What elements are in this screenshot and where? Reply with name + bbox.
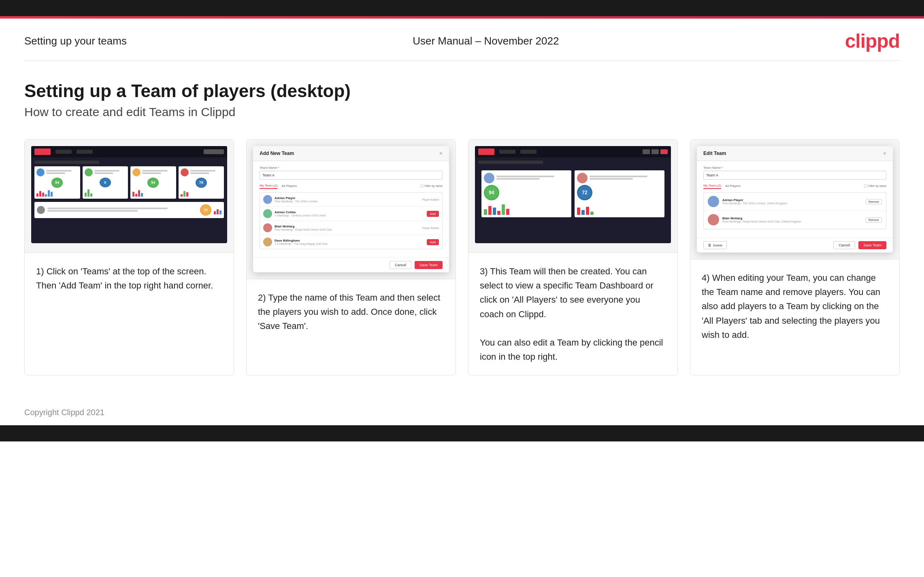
modal-header: Add New Team ×	[253, 146, 449, 161]
team-name-input[interactable]: Team A	[260, 171, 443, 180]
card-4: Edit Team × Team Name * Team A My Team (…	[690, 139, 900, 375]
mock-sub-2	[94, 172, 113, 174]
card-4-description: 4) When editing your Team, you can chang…	[690, 259, 899, 375]
page-title-section: Setting up a Team of players (desktop) H…	[0, 61, 924, 131]
edit-modal-tabs: My Team (2) All Players Filter by name	[703, 183, 886, 189]
mock-bars-1	[36, 190, 78, 197]
mock-avatar-4	[181, 168, 189, 176]
card-3-screenshot: 94	[468, 140, 677, 253]
clippd-logo: clippd	[845, 30, 900, 52]
big-score-2: 72	[577, 185, 592, 200]
bar	[45, 194, 47, 197]
mock-player-card-1: 84	[34, 166, 80, 199]
tab-all-players[interactable]: All Players	[281, 183, 297, 189]
bar	[488, 206, 492, 215]
mock-name-1	[46, 170, 72, 172]
player-info-4: Dave Billingham 1.9 Handicap · The Drag …	[275, 239, 424, 245]
cards-container: 84	[0, 131, 924, 400]
player-name-1: Adrian Player	[275, 196, 419, 200]
player-row-2: Adrian Coliba 1 Handicap · Central Londo…	[260, 207, 442, 221]
bar	[141, 193, 143, 197]
bar	[577, 208, 580, 215]
bar	[217, 209, 219, 214]
player-status-3: Player Added	[422, 227, 439, 229]
card-1-mock-dashboard: 84	[31, 146, 227, 243]
edit-filter-label: Filter by name	[869, 185, 886, 187]
edit-modal-header: Edit Team ×	[697, 146, 893, 161]
bar	[581, 210, 585, 215]
team-card-avatar-1	[484, 173, 494, 183]
bar	[484, 209, 487, 215]
player-row-3: Blair McHarg Plus Handicap · Royal North…	[260, 221, 442, 235]
filter-checkbox[interactable]	[420, 185, 424, 188]
card-4-screenshot: Edit Team × Team Name * Team A My Team (…	[690, 140, 899, 259]
mock-score-1: 84	[51, 178, 63, 188]
edit-tab-all-players[interactable]: All Players	[725, 183, 741, 189]
bar	[36, 193, 38, 197]
mock-breadcrumb-1	[34, 161, 99, 164]
top-bar	[0, 0, 924, 16]
edit-tab-my-team[interactable]: My Team (2)	[703, 183, 721, 189]
mock-players-grid: 84	[34, 166, 224, 199]
bar	[135, 194, 137, 197]
mock-bottom-card: 72	[34, 202, 224, 218]
mock-team-card-1: 94	[481, 170, 571, 217]
card-1-description: 1) Click on 'Teams' at the top of the sc…	[25, 253, 234, 375]
edit-cancel-button[interactable]: Cancel	[833, 241, 855, 249]
tab-my-team[interactable]: My Team (2)	[260, 183, 277, 189]
bar	[85, 193, 87, 197]
player-name-4: Dave Billingham	[275, 239, 424, 242]
name-line	[496, 176, 554, 177]
mock-name-4	[190, 170, 216, 172]
team-card-avatar-2	[577, 173, 588, 183]
mock-icon-btn-3[interactable]	[660, 149, 668, 154]
mock-icon-btn-1[interactable]	[643, 149, 650, 154]
edit-player-club-1: Plus Handicap · The Shire London, United…	[722, 202, 862, 205]
delete-button[interactable]: 🗑 Delete	[703, 241, 727, 249]
edit-avatar-2	[708, 214, 719, 225]
edit-team-name-input[interactable]: Team A	[703, 171, 886, 180]
modal-tabs: My Team (2) All Players Filter by name	[260, 183, 443, 189]
edit-player-list: Adrian Player Plus Handicap · The Shire …	[703, 192, 886, 229]
edit-avatar-1	[708, 196, 719, 207]
edit-player-name-1: Adrian Player	[722, 198, 862, 202]
mock-player-card-2: 0	[83, 166, 128, 199]
card-2: Add New Team × Team Name * Team A My Tea…	[246, 139, 456, 375]
mock-bars-3	[132, 190, 174, 197]
mock-add-team-btn[interactable]	[204, 149, 224, 154]
edit-filter-checkbox[interactable]	[864, 185, 867, 188]
card-1-screenshot: 84	[25, 140, 234, 253]
modal-close-btn[interactable]: ×	[439, 150, 443, 157]
header: Setting up your teams User Manual – Nove…	[0, 19, 924, 60]
mock-icon-btn-2[interactable]	[651, 149, 659, 154]
team-card-names-2	[590, 176, 662, 180]
sub-line	[496, 178, 540, 180]
mock-nav-item-3a	[499, 150, 515, 154]
bar	[90, 193, 92, 197]
player-avatar-3	[263, 223, 272, 232]
filter-label: Filter by name	[425, 185, 443, 187]
add-player-btn-2[interactable]: Add	[427, 211, 439, 217]
team-score-row-2: 72	[577, 185, 662, 200]
cancel-button[interactable]: Cancel	[390, 261, 411, 269]
card-3-text: 3) This Team will then be created. You c…	[480, 266, 663, 362]
mock-avatar-5	[37, 206, 45, 214]
remove-player-btn-2[interactable]: Remove	[866, 217, 882, 223]
mock-score-3: 94	[147, 178, 159, 188]
mock-bars-2	[85, 189, 126, 197]
edit-save-team-button[interactable]: Save Team	[858, 241, 886, 249]
card-3-description: 3) This Team will then be created. You c…	[468, 253, 677, 375]
copyright-text: Copyright Clippd 2021	[24, 408, 104, 417]
remove-player-btn-1[interactable]: Remove	[866, 199, 882, 204]
bar	[51, 192, 53, 197]
bar	[138, 190, 140, 197]
mock-name-5	[47, 208, 168, 209]
add-player-btn-4[interactable]: Add	[427, 239, 439, 245]
player-club-1: Plus Handicap · The Shire London	[275, 200, 419, 203]
mock-content-1: 84	[31, 157, 227, 221]
save-team-button[interactable]: Save Team	[415, 261, 443, 269]
bar	[183, 191, 185, 197]
mock-nav-item-3b	[520, 150, 537, 154]
bar	[497, 211, 500, 215]
edit-modal-close-btn[interactable]: ×	[883, 150, 886, 157]
